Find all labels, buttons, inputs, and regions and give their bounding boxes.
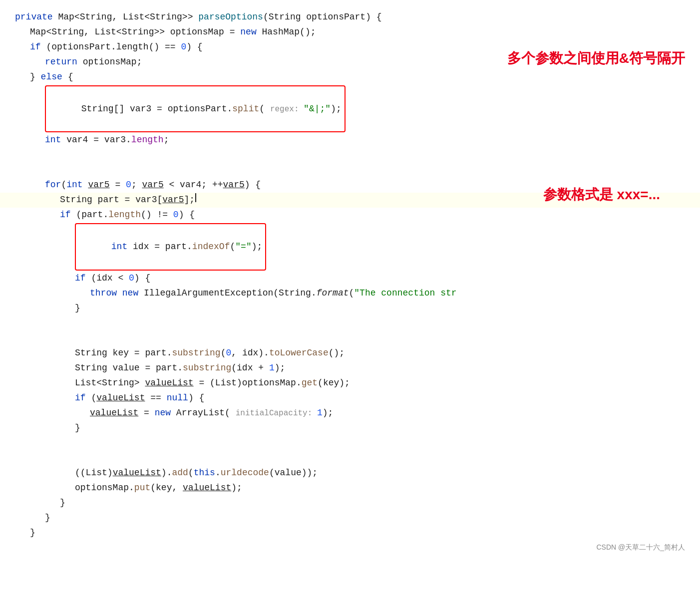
empty-line-6	[0, 451, 700, 466]
method-split: split	[232, 104, 259, 114]
var-idx: idx = part.	[133, 242, 192, 252]
code-text: (	[230, 242, 235, 252]
var-var5-idx: var5	[162, 193, 184, 207]
code-line-3: if (optionsPart.length() == 0) {	[0, 40, 700, 55]
var-valuelist-3: valueList	[90, 406, 138, 420]
keyword-for: for	[45, 178, 61, 192]
code-text: < var4; ++	[164, 178, 223, 192]
keyword-if: if	[30, 40, 46, 54]
number-1: 1	[269, 361, 275, 375]
empty-line-1	[0, 148, 700, 163]
string-conn: "The connection str	[354, 286, 456, 301]
keyword-if-3: if	[75, 271, 91, 286]
keyword-new-3: new	[155, 406, 176, 420]
code-line-11: String part = var3[var5];	[0, 193, 700, 208]
code-text: );	[231, 481, 242, 495]
code-text: optionsMap.	[75, 481, 134, 495]
method-put: put	[134, 481, 150, 495]
code-text: ).	[161, 466, 172, 480]
code-text: ();	[329, 346, 345, 360]
method-urldecode: urldecode	[221, 466, 269, 480]
empty-line-4	[0, 331, 700, 346]
code-text: ) {	[179, 208, 195, 222]
type-map: Map<String, List<String>>	[58, 10, 198, 24]
red-box-split: String[] var3 = optionsPart.split( regex…	[45, 85, 346, 132]
code-text: Map<String, List<String>> optionsMap =	[30, 25, 240, 39]
code-line-14: if (idx < 0) {	[0, 271, 700, 286]
code-text: );	[331, 104, 342, 114]
method-add: add	[172, 466, 188, 480]
number-0-3: 0	[226, 346, 231, 360]
method-substring-2: substring	[183, 361, 231, 375]
code-line-28: optionsMap.put(key, valueList);	[0, 481, 700, 496]
watermark-text: CSDN @天草二十六_简村人	[596, 542, 685, 553]
code-line-10: for(int var5 = 0; var5 < var4; ++var5) {	[0, 178, 700, 193]
code-line-24: }	[0, 421, 700, 436]
keyword-int-idx: int	[111, 242, 133, 252]
code-line-31: }	[0, 526, 700, 541]
code-text: () !=	[141, 208, 173, 222]
empty-line-2	[0, 163, 700, 178]
field-length: length	[131, 133, 164, 147]
code-text: }	[45, 511, 50, 525]
empty-line-5	[0, 436, 700, 451]
class-arraylist: ArrayList	[176, 406, 225, 420]
code-text: , idx).	[231, 346, 269, 360]
code-text: }	[30, 70, 41, 84]
code-text: (	[349, 286, 354, 301]
code-text: ==	[145, 391, 166, 405]
code-text: (key);	[318, 376, 350, 390]
type-string: String	[81, 104, 114, 114]
code-text: optionsMap;	[83, 55, 142, 69]
code-text: =	[110, 178, 126, 192]
keyword-else: else	[41, 70, 68, 84]
code-text: (	[188, 466, 194, 480]
code-line-20: String value = part.substring(idx + 1);	[0, 361, 700, 376]
number-zero: 0	[181, 40, 186, 54]
code-text: ) {	[186, 40, 202, 54]
code-text: ;	[164, 133, 169, 147]
number-0: 0	[126, 178, 131, 192]
method-substring-1: substring	[172, 346, 220, 360]
class-illegal: IllegalArgumentException(String.	[144, 286, 317, 301]
method-indexof: indexOf	[192, 242, 230, 252]
code-text: String part = var3[	[60, 193, 162, 207]
code-line-27: ((List)valueList).add(this.urldecode(val…	[0, 466, 700, 481]
code-text: );	[275, 361, 286, 375]
code-line-19: String key = part.substring(0, idx).toLo…	[0, 346, 700, 361]
code-text: [] var3 = optionsPart.	[114, 104, 233, 114]
code-text: (	[221, 346, 226, 360]
code-line-23: valueList = new ArrayList( initialCapaci…	[0, 406, 700, 421]
code-text: ) {	[188, 391, 204, 405]
code-text: String key = part.	[75, 346, 172, 360]
keyword-this: this	[194, 466, 215, 480]
number-0-2: 0	[173, 208, 179, 222]
code-text: (key,	[150, 481, 183, 495]
code-line-12: if (part.length() != 0) {	[0, 208, 700, 223]
code-text: ;	[131, 178, 142, 192]
var-valuelist-2: valueList	[96, 391, 145, 405]
param-hint-capacity: initialCapacity:	[236, 407, 317, 420]
code-text: }	[75, 301, 80, 315]
method-format: format	[317, 286, 349, 301]
code-text: (part.	[76, 208, 108, 222]
code-line-16: }	[0, 301, 700, 316]
method-length: length	[108, 208, 141, 222]
keyword-null: null	[167, 391, 188, 405]
keyword-throw: throw	[90, 286, 122, 301]
code-line-6: String[] var3 = optionsPart.split( regex…	[0, 85, 700, 133]
code-text: ) {	[245, 178, 261, 192]
keyword-new-2: new	[122, 286, 144, 301]
code-text: =	[138, 406, 154, 420]
code-line-29: }	[0, 496, 700, 511]
keyword-private: private	[15, 10, 58, 24]
code-text: String value = part.	[75, 361, 183, 375]
code-line-30: }	[0, 511, 700, 526]
var-var5-2: var5	[142, 178, 163, 192]
code-line-21: List<String> valueList = (List)optionsMa…	[0, 376, 700, 391]
code-text: );	[323, 406, 334, 420]
code-text: = (List)optionsMap.	[194, 376, 302, 390]
var-valuelist-5: valueList	[183, 481, 231, 495]
code-line-15: throw new IllegalArgumentException(Strin…	[0, 286, 700, 301]
keyword-int-for: int	[66, 178, 88, 192]
